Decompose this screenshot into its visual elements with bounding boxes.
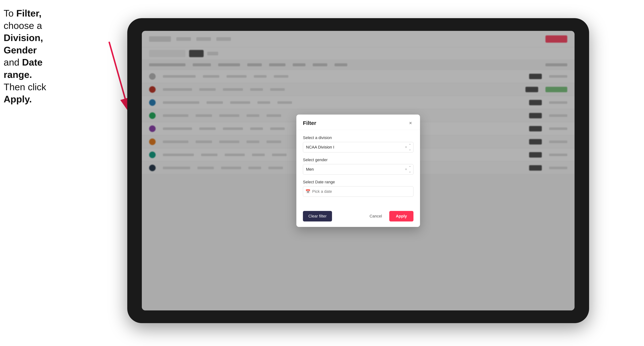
tablet-screen: Filter × Select a division NCAA Division…: [142, 31, 574, 310]
gender-clear-icon[interactable]: ×: [405, 167, 407, 171]
modal-body: Select a division NCAA Division I NCAA D…: [296, 130, 420, 207]
gender-label: Select gender: [303, 158, 414, 162]
modal-header: Filter ×: [296, 115, 420, 130]
date-form-group: Select Date range 📅: [303, 180, 414, 197]
clear-filter-button[interactable]: Clear filter: [303, 211, 332, 221]
instruction-block: To Filter, choose a Division, Gender and…: [4, 7, 60, 105]
cancel-button[interactable]: Cancel: [365, 211, 386, 221]
instruction-line4: Then click Apply.: [4, 82, 46, 105]
division-clear-icon[interactable]: ×: [405, 145, 407, 149]
footer-right: Cancel Apply: [365, 211, 414, 221]
tablet-frame: Filter × Select a division NCAA Division…: [127, 18, 589, 323]
svg-line-1: [109, 42, 129, 113]
gender-select[interactable]: Men Women: [303, 164, 414, 175]
modal-title: Filter: [303, 120, 316, 126]
calendar-icon: 📅: [306, 189, 310, 194]
date-input[interactable]: [303, 186, 414, 197]
instruction-line1: To Filter, choose a: [4, 8, 42, 31]
date-input-wrapper: 📅: [303, 186, 414, 197]
gender-form-group: Select gender Men Women × ⌃⌄: [303, 158, 414, 175]
division-select-wrapper[interactable]: NCAA Division I NCAA Division II NCAA Di…: [303, 142, 414, 153]
division-select[interactable]: NCAA Division I NCAA Division II NCAA Di…: [303, 142, 414, 153]
modal-close-button[interactable]: ×: [408, 120, 414, 126]
instruction-line3: and Date range.: [4, 57, 42, 80]
modal-overlay: Filter × Select a division NCAA Division…: [142, 31, 574, 310]
modal-footer: Clear filter Cancel Apply: [296, 207, 420, 227]
apply-button[interactable]: Apply: [389, 211, 414, 221]
division-label: Select a division: [303, 135, 414, 140]
date-label: Select Date range: [303, 180, 414, 184]
division-form-group: Select a division NCAA Division I NCAA D…: [303, 135, 414, 153]
filter-modal: Filter × Select a division NCAA Division…: [296, 115, 420, 227]
gender-select-wrapper[interactable]: Men Women × ⌃⌄: [303, 164, 414, 175]
instruction-bold2: Division, Gender: [4, 32, 43, 55]
